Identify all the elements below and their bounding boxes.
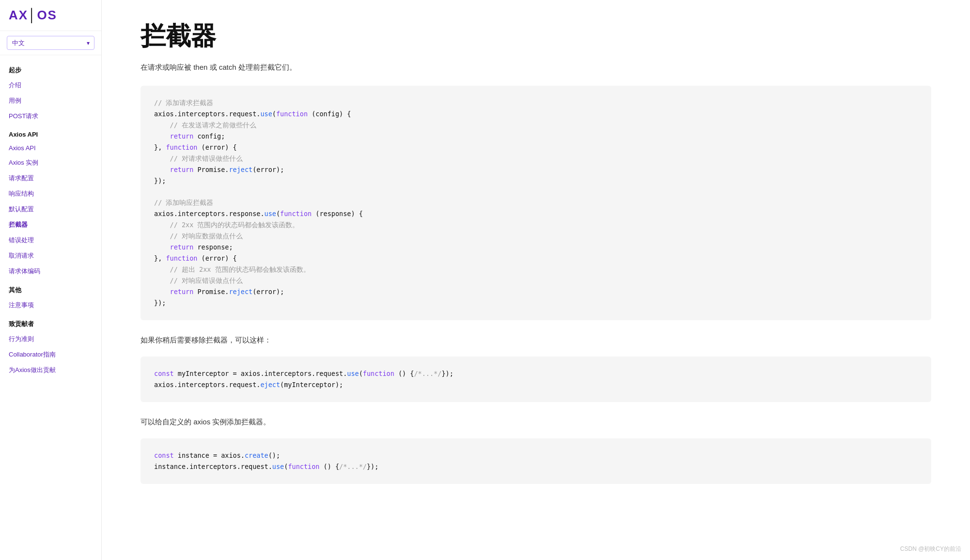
code-line: }, function (error) { <box>154 253 918 264</box>
code-line: return config; <box>154 131 918 142</box>
code-line: // 添加响应拦截器 <box>154 197 918 208</box>
code-line: instance.interceptors.request.use(functi… <box>154 461 918 472</box>
middle-text: 如果你稍后需要移除拦截器，可以这样： <box>141 336 931 345</box>
sidebar-item-intro[interactable]: 介绍 <box>0 78 101 93</box>
nav-section-title-contributors: 致贡献者 <box>0 313 101 331</box>
code-line: // 对响应错误做点什么 <box>154 275 918 286</box>
sidebar-item-defaults[interactable]: 默认配置 <box>0 202 101 217</box>
code-line: }); <box>154 175 918 187</box>
sidebar-navigation: 起步 介绍 用例 POST请求 Axios API Axios API Axio… <box>0 55 101 560</box>
sidebar-item-instance[interactable]: Axios 实例 <box>0 155 101 171</box>
code-line: return Promise.reject(error); <box>154 286 918 297</box>
sidebar-item-collaborator[interactable]: Collaborator指南 <box>0 347 101 362</box>
code-line: axios.interceptors.response.use(function… <box>154 208 918 219</box>
logo: AX│OS <box>0 0 101 31</box>
code-line: // 对响应数据做点什么 <box>154 231 918 242</box>
sidebar-item-response-schema[interactable]: 响应结构 <box>0 186 101 202</box>
code-line <box>154 187 918 198</box>
code-line: }, function (error) { <box>154 142 918 153</box>
sidebar-item-interceptors[interactable]: 拦截器 <box>0 217 101 233</box>
code-line: // 对请求错误做些什么 <box>154 153 918 164</box>
bottom-text: 可以给自定义的 axios 实例添加拦截器。 <box>141 418 931 427</box>
code-line: }); <box>154 297 918 309</box>
nav-section-title-api: Axios API <box>0 124 101 141</box>
sidebar-item-request-config[interactable]: 请求配置 <box>0 171 101 186</box>
language-selector[interactable]: 中文 English ▾ <box>0 31 101 55</box>
sidebar: AX│OS 中文 English ▾ 起步 介绍 用例 POST请求 Axios… <box>0 0 102 560</box>
code-line: // 2xx 范围内的状态码都会触发该函数。 <box>154 219 918 231</box>
main-content: 拦截器 在请求或响应被 then 或 catch 处理前拦截它们。 // 添加请… <box>102 0 970 560</box>
nav-section-title-qibu: 起步 <box>0 59 101 78</box>
sidebar-item-notes[interactable]: 注意事项 <box>0 297 101 313</box>
code-line: const myInterceptor = axios.interceptors… <box>154 368 918 379</box>
code-block-remove-interceptor: const myInterceptor = axios.interceptors… <box>141 357 931 402</box>
code-line: axios.interceptors.request.use(function … <box>154 109 918 120</box>
sidebar-item-contributing[interactable]: 为Axios做出贡献 <box>0 362 101 378</box>
page-description: 在请求或响应被 then 或 catch 处理前拦截它们。 <box>141 63 931 72</box>
logo-text: AX│OS <box>9 8 93 23</box>
code-line: // 在发送请求之前做些什么 <box>154 120 918 131</box>
sidebar-item-example[interactable]: 用例 <box>0 93 101 109</box>
sidebar-item-errors[interactable]: 错误处理 <box>0 233 101 248</box>
code-line: // 超出 2xx 范围的状态码都会触发该函数。 <box>154 264 918 275</box>
code-line: const instance = axios.create(); <box>154 450 918 461</box>
sidebar-item-axios-api[interactable]: Axios API <box>0 141 101 155</box>
code-line: axios.interceptors.request.eject(myInter… <box>154 379 918 390</box>
nav-section-title-other: 其他 <box>0 279 101 297</box>
code-line: return Promise.reject(error); <box>154 164 918 175</box>
sidebar-item-encoding[interactable]: 请求体编码 <box>0 264 101 279</box>
code-block-interceptors: // 添加请求拦截器 axios.interceptors.request.us… <box>141 86 931 320</box>
page-title: 拦截器 <box>141 19 931 53</box>
sidebar-item-cancellation[interactable]: 取消请求 <box>0 248 101 264</box>
language-select[interactable]: 中文 English <box>7 36 94 50</box>
sidebar-item-post[interactable]: POST请求 <box>0 109 101 124</box>
code-block-custom-instance: const instance = axios.create(); instanc… <box>141 438 931 484</box>
code-line: // 添加请求拦截器 <box>154 97 918 109</box>
code-line: return response; <box>154 242 918 253</box>
sidebar-item-code-of-conduct[interactable]: 行为准则 <box>0 331 101 347</box>
